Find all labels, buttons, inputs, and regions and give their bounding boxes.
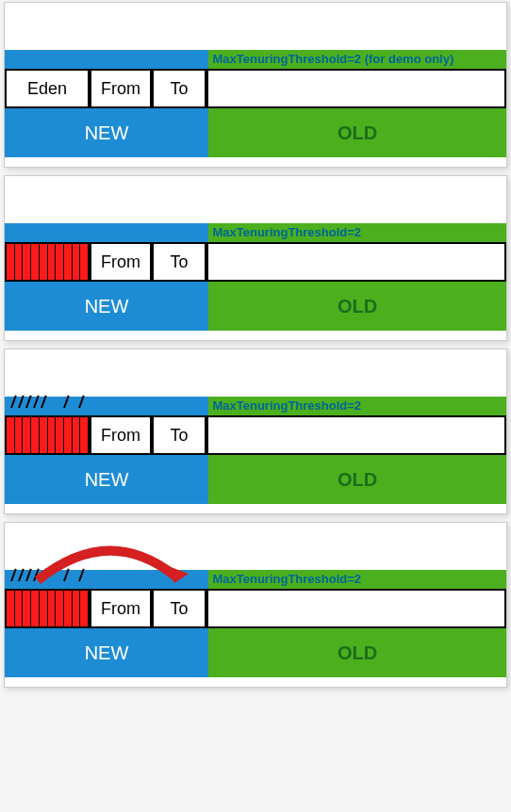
object-bar bbox=[80, 244, 88, 280]
to-cell: To bbox=[152, 69, 206, 108]
object-bar bbox=[48, 244, 57, 280]
eden-cell: Eden bbox=[5, 69, 90, 108]
object-bar bbox=[31, 244, 40, 280]
panel-header-space bbox=[5, 176, 506, 223]
eden-objects bbox=[7, 244, 88, 280]
threshold-strip: MaxTenuringThreshold=2 bbox=[5, 570, 506, 589]
threshold-strip: MaxTenuringThreshold=2 bbox=[5, 223, 506, 242]
threshold-text: MaxTenuringThreshold=2 (for demo only) bbox=[208, 50, 506, 69]
object-bar bbox=[15, 244, 24, 280]
object-bar bbox=[7, 591, 15, 626]
gc-panel-3: MaxTenuringThreshold=2 From To NEW OLD bbox=[4, 522, 507, 688]
eden-cell bbox=[5, 242, 90, 282]
object-bar bbox=[40, 591, 48, 626]
threshold-text: MaxTenuringThreshold=2 bbox=[208, 223, 506, 242]
object-bar bbox=[23, 417, 31, 453]
from-cell: From bbox=[90, 589, 152, 628]
panel-header-space bbox=[5, 3, 506, 50]
object-bar bbox=[80, 591, 88, 626]
gc-scan-icon bbox=[10, 395, 95, 414]
object-bar bbox=[48, 591, 57, 626]
old-generation: OLD bbox=[208, 455, 506, 504]
new-generation: NEW bbox=[5, 282, 208, 331]
old-cell bbox=[206, 589, 506, 628]
eden-cell bbox=[5, 415, 90, 455]
to-cell: To bbox=[152, 415, 206, 455]
panel-header-space bbox=[5, 349, 506, 397]
threshold-strip-left bbox=[5, 50, 208, 69]
memory-row: From To bbox=[5, 242, 506, 282]
generation-row: NEW OLD bbox=[5, 455, 506, 504]
threshold-strip: MaxTenuringThreshold=2 (for demo only) bbox=[5, 50, 506, 69]
object-bar bbox=[31, 417, 40, 453]
gc-panel-0: MaxTenuringThreshold=2 (for demo only) E… bbox=[4, 2, 507, 168]
old-cell bbox=[206, 415, 506, 455]
to-cell: To bbox=[152, 242, 206, 282]
eden-cell bbox=[5, 589, 90, 628]
object-bar bbox=[56, 417, 64, 453]
object-bar bbox=[56, 244, 64, 280]
object-bar bbox=[80, 417, 88, 453]
object-bar bbox=[7, 244, 15, 280]
to-cell: To bbox=[152, 589, 206, 628]
new-generation: NEW bbox=[5, 108, 208, 157]
old-cell bbox=[206, 69, 506, 108]
memory-row: From To bbox=[5, 589, 506, 628]
panel-footer-space bbox=[5, 504, 506, 513]
from-cell: From bbox=[90, 415, 152, 455]
object-bar bbox=[64, 244, 73, 280]
object-bar bbox=[48, 417, 57, 453]
new-generation: NEW bbox=[5, 455, 208, 504]
from-cell: From bbox=[90, 242, 152, 282]
object-bar bbox=[73, 244, 81, 280]
panel-footer-space bbox=[5, 331, 506, 340]
new-generation: NEW bbox=[5, 628, 208, 677]
generation-row: NEW OLD bbox=[5, 628, 506, 677]
threshold-text: MaxTenuringThreshold=2 bbox=[208, 570, 506, 589]
object-bar bbox=[31, 591, 40, 626]
object-bar bbox=[64, 417, 73, 453]
object-bar bbox=[64, 591, 73, 626]
object-bar bbox=[73, 417, 81, 453]
generation-row: NEW OLD bbox=[5, 282, 506, 331]
panel-footer-space bbox=[5, 157, 506, 167]
object-bar bbox=[23, 591, 31, 626]
gc-scan-icon bbox=[10, 568, 95, 587]
object-bar bbox=[7, 417, 15, 453]
memory-row: From To bbox=[5, 415, 506, 455]
panel-footer-space bbox=[5, 677, 506, 687]
eden-objects bbox=[7, 417, 88, 453]
object-bar bbox=[23, 244, 31, 280]
threshold-strip: MaxTenuringThreshold=2 bbox=[5, 397, 506, 415]
generation-row: NEW OLD bbox=[5, 108, 506, 157]
object-bar bbox=[73, 591, 81, 626]
panel-header-space bbox=[5, 523, 506, 570]
memory-row: Eden From To bbox=[5, 69, 506, 108]
threshold-strip-left bbox=[5, 223, 208, 242]
object-bar bbox=[40, 417, 48, 453]
threshold-strip-left bbox=[5, 570, 208, 589]
from-cell: From bbox=[90, 69, 152, 108]
threshold-text: MaxTenuringThreshold=2 bbox=[208, 397, 506, 415]
object-bar bbox=[15, 417, 24, 453]
old-generation: OLD bbox=[208, 628, 506, 677]
object-bar bbox=[56, 591, 64, 626]
eden-objects bbox=[7, 591, 88, 626]
object-bar bbox=[15, 591, 24, 626]
threshold-strip-left bbox=[5, 397, 208, 415]
gc-panel-2: MaxTenuringThreshold=2 From To NEW OLD bbox=[4, 349, 507, 514]
object-bar bbox=[40, 244, 48, 280]
old-cell bbox=[206, 242, 506, 282]
old-generation: OLD bbox=[208, 282, 506, 331]
gc-panel-1: MaxTenuringThreshold=2 From To NEW OLD bbox=[4, 175, 507, 341]
old-generation: OLD bbox=[208, 108, 506, 157]
